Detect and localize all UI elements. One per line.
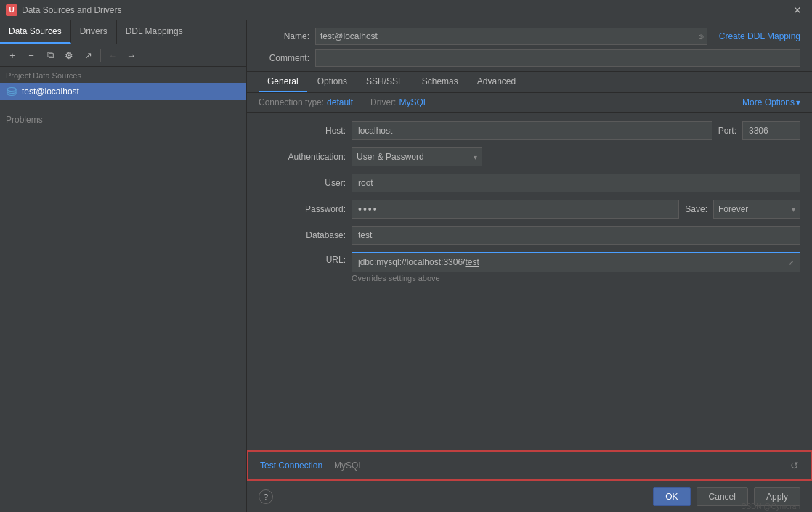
nav-forward-button[interactable]: → [123, 49, 139, 62]
driver-value[interactable]: MySQL [399, 97, 428, 107]
url-input-wrap: jdbc:mysql://localhost:3306/test ⤢ Overr… [352, 252, 800, 283]
tab-schemas[interactable]: Schemas [413, 72, 467, 92]
conn-type-value[interactable]: default [327, 97, 353, 107]
password-dots: •••• [358, 203, 378, 215]
right-tabs: General Options SSH/SSL Schemas Advanced [247, 72, 812, 93]
name-clear-icon[interactable]: ⊙ [695, 33, 707, 41]
database-row: Database: [259, 226, 800, 245]
name-row: Name: ⊙ Create DDL Mapping [259, 28, 800, 45]
name-input-wrap: ⊙ [315, 28, 707, 45]
more-options-arrow: ▾ [796, 97, 800, 107]
copy-button[interactable]: ⧉ [42, 47, 58, 63]
tab-drivers[interactable]: Drivers [71, 20, 117, 44]
create-ddl-link[interactable]: Create DDL Mapping [719, 31, 800, 41]
driver-label: Driver: [370, 97, 396, 107]
database-label: Database: [259, 230, 346, 240]
close-button[interactable]: ✕ [789, 3, 806, 17]
svg-point-0 [7, 88, 16, 92]
database-icon [6, 86, 17, 97]
host-row: Host: Port: [259, 121, 800, 140]
tab-ssh-ssl[interactable]: SSH/SSL [357, 72, 412, 92]
right-panel: Name: ⊙ Create DDL Mapping Comment: Gene… [247, 20, 812, 512]
url-label: URL: [259, 252, 346, 265]
tab-advanced[interactable]: Advanced [468, 72, 524, 92]
more-options-label: More Options [742, 97, 795, 107]
tree-item-test-localhost[interactable]: test@localhost [0, 83, 246, 100]
password-label: Password: [259, 204, 346, 214]
password-input-wrap: •••• [352, 200, 679, 219]
url-expand-icon[interactable]: ⤢ [788, 259, 794, 267]
left-panel: Data Sources Drivers DDL Mappings + − ⧉ … [0, 20, 247, 512]
test-connection-button[interactable]: Test Connection [260, 460, 322, 471]
form-content: Host: Port: Authentication: User & Passw… [247, 113, 812, 450]
comment-label: Comment: [259, 53, 309, 63]
problems-section-label: Problems [0, 100, 246, 131]
project-section-label: Project Data Sources [0, 67, 246, 83]
url-hint: Overrides settings above [352, 274, 800, 283]
tab-options[interactable]: Options [309, 72, 356, 92]
settings-button[interactable]: ⚙ [61, 47, 77, 63]
more-options-button[interactable]: More Options ▾ [742, 97, 800, 107]
auth-chevron-icon: ▾ [469, 153, 482, 161]
port-input[interactable] [742, 121, 800, 140]
auth-label: Authentication: [259, 152, 346, 162]
test-connection-area: Test Connection MySQL ↺ [247, 450, 812, 481]
host-input[interactable] [352, 121, 712, 140]
connection-bar-left: Connection type: default Driver: MySQL [259, 97, 428, 107]
left-toolbar: + − ⧉ ⚙ ↗ ← → [0, 44, 246, 67]
left-tabs: Data Sources Drivers DDL Mappings [0, 20, 246, 44]
url-text: jdbc:mysql://localhost:3306/test [358, 257, 788, 267]
bottom-bar: Test Connection MySQL ↺ [247, 450, 812, 481]
form-header: Name: ⊙ Create DDL Mapping Comment: [247, 20, 812, 72]
comment-row: Comment: [259, 49, 800, 67]
refresh-icon[interactable]: ↺ [790, 460, 799, 471]
watermark: CSDN @Cymoran [741, 503, 800, 511]
window-title: Data Sources and Drivers [22, 5, 789, 15]
tab-ddl-mappings[interactable]: DDL Mappings [117, 20, 192, 44]
tab-data-sources[interactable]: Data Sources [0, 20, 71, 44]
toolbar-separator [100, 49, 101, 62]
export-button[interactable]: ↗ [80, 47, 96, 63]
name-label: Name: [259, 31, 309, 41]
tree-item-label: test@localhost [22, 86, 79, 97]
main-layout: Data Sources Drivers DDL Mappings + − ⧉ … [0, 20, 812, 512]
url-row: URL: jdbc:mysql://localhost:3306/test ⤢ … [259, 252, 800, 283]
add-button[interactable]: + [4, 47, 20, 63]
user-label: User: [259, 178, 346, 188]
ok-button[interactable]: OK [653, 487, 690, 506]
database-input[interactable] [352, 226, 800, 245]
user-input[interactable] [352, 174, 800, 192]
nav-back-button[interactable]: ← [105, 49, 121, 62]
user-row: User: [259, 174, 800, 192]
app-icon: U [6, 4, 17, 16]
auth-select-wrap: User & Password ▾ [352, 147, 482, 166]
url-input-box[interactable]: jdbc:mysql://localhost:3306/test ⤢ [352, 252, 800, 272]
name-input[interactable] [316, 31, 695, 41]
save-select-wrap: Forever ▾ [713, 200, 800, 219]
save-select[interactable]: Forever [714, 204, 787, 214]
connection-bar: Connection type: default Driver: MySQL M… [247, 93, 812, 113]
auth-row: Authentication: User & Password ▾ [259, 147, 800, 166]
test-connection-type: MySQL [334, 460, 363, 471]
remove-button[interactable]: − [23, 47, 39, 63]
port-label: Port: [718, 126, 736, 136]
auth-select[interactable]: User & Password [352, 152, 469, 162]
save-chevron-icon: ▾ [787, 206, 800, 214]
password-row: Password: •••• Save: Forever ▾ [259, 200, 800, 219]
dialog-buttons: ? OK Cancel Apply CSDN @Cymoran [247, 481, 812, 512]
conn-type-label: Connection type: [259, 97, 324, 107]
titlebar: U Data Sources and Drivers ✕ [0, 0, 812, 20]
help-button[interactable]: ? [259, 489, 273, 504]
tab-general[interactable]: General [259, 72, 307, 92]
host-label: Host: [259, 126, 346, 136]
save-label: Save: [685, 204, 707, 214]
comment-input[interactable] [315, 49, 800, 67]
